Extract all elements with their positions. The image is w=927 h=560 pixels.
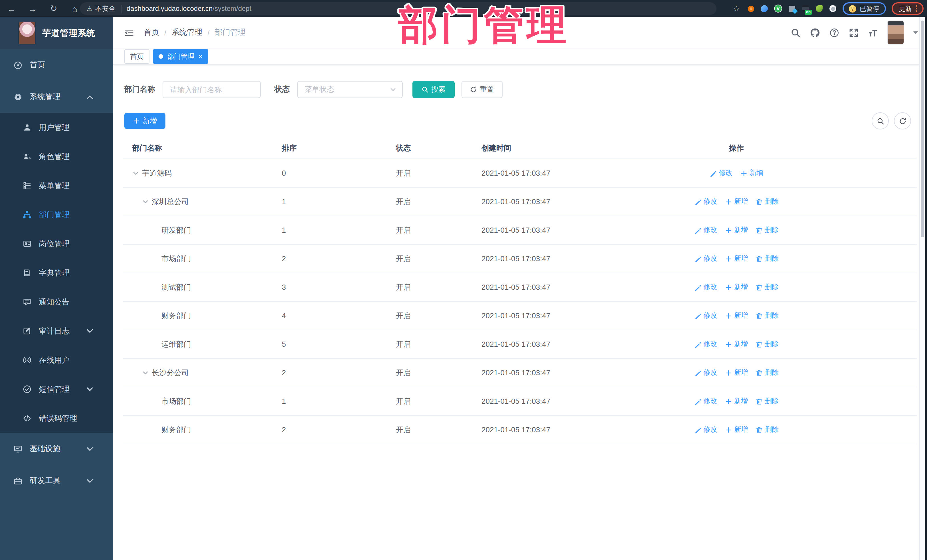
sidebar-item-menu-management[interactable]: 菜单管理: [0, 171, 113, 200]
dept-name-input[interactable]: [163, 81, 261, 98]
row-edit-link[interactable]: 修改: [694, 311, 717, 320]
grid-blue-extension-icon[interactable]: [788, 5, 796, 12]
page-scrollbar[interactable]: [919, 17, 925, 560]
sidebar-item-dev-tools[interactable]: 研发工具: [0, 465, 113, 497]
row-edit-link[interactable]: 修改: [694, 425, 717, 434]
dept-name-cell: 深圳总公司: [152, 196, 189, 207]
row-expand-icon[interactable]: [132, 170, 139, 176]
refresh-table-button[interactable]: [894, 112, 911, 129]
row-add-label: 新增: [734, 282, 748, 292]
row-delete-link[interactable]: 删除: [756, 396, 779, 406]
row-delete-link[interactable]: 删除: [756, 254, 779, 264]
browser-home-icon[interactable]: ⌂: [70, 4, 79, 14]
row-expand-icon[interactable]: [142, 369, 149, 376]
browser-forward-icon[interactable]: →: [28, 4, 37, 14]
breadcrumb-separator: /: [208, 28, 210, 37]
row-edit-link[interactable]: 修改: [694, 225, 717, 235]
tab-close-icon[interactable]: ×: [199, 53, 202, 60]
sidebar-item-online-users[interactable]: 在线用户: [0, 346, 113, 375]
sidebar-item-dict-management[interactable]: 字典管理: [0, 258, 113, 287]
fullscreen-icon[interactable]: [849, 28, 859, 37]
row-edit-link[interactable]: 修改: [694, 254, 717, 264]
show-search-toggle-button[interactable]: [872, 112, 889, 129]
row-edit-link[interactable]: 修改: [694, 396, 717, 406]
sidebar-item-post-management[interactable]: 岗位管理: [0, 229, 113, 258]
table-header-row: 部门名称 排序 状态 创建时间 操作: [123, 138, 917, 159]
row-edit-link[interactable]: 修改: [694, 368, 717, 378]
orange-ring-extension-icon[interactable]: [747, 5, 755, 12]
row-delete-link[interactable]: 删除: [756, 425, 779, 434]
bookmark-star-icon[interactable]: ☆: [733, 4, 740, 13]
url-host: dashboard.yudao.iocoder.cn: [127, 5, 213, 12]
sidebar-item-dept-management[interactable]: 部门管理: [0, 200, 113, 229]
green-leaf-extension-icon[interactable]: [815, 5, 823, 12]
row-add-link[interactable]: 新增: [725, 311, 748, 320]
row-delete-link[interactable]: 删除: [756, 282, 779, 292]
blue-drop-extension-icon[interactable]: [760, 5, 768, 12]
dept-name-cell: 市场部门: [161, 396, 191, 406]
paused-profile-badge[interactable]: 已暂停: [843, 2, 886, 15]
row-add-link[interactable]: 新增: [725, 225, 748, 235]
tab-home[interactable]: 首页: [125, 49, 149, 64]
sidebar-item-label: 基础设施: [30, 444, 61, 454]
sidebar-item-home[interactable]: 首页: [0, 49, 113, 81]
reset-button[interactable]: 重置: [462, 81, 503, 98]
edit-icon: [694, 398, 701, 405]
github-icon[interactable]: [810, 28, 820, 37]
row-delete-link[interactable]: 删除: [756, 311, 779, 320]
breadcrumb-item[interactable]: 首页: [144, 27, 159, 38]
row-edit-link[interactable]: 修改: [710, 168, 732, 178]
row-delete-link[interactable]: 删除: [756, 339, 779, 349]
row-edit-link[interactable]: 修改: [694, 339, 717, 349]
help-icon[interactable]: [830, 28, 839, 37]
browser-menu-icon[interactable]: [916, 5, 917, 12]
sidebar-item-sms-management[interactable]: 短信管理: [0, 375, 113, 404]
tab-dept-management[interactable]: 部门管理×: [153, 49, 208, 64]
white-paw-extension-icon[interactable]: [829, 5, 837, 12]
dark-on-extension-icon[interactable]: on: [801, 5, 810, 12]
row-delete-link[interactable]: 删除: [756, 368, 779, 378]
browser-back-icon[interactable]: ←: [7, 4, 16, 14]
row-edit-link[interactable]: 修改: [694, 282, 717, 292]
search-button[interactable]: 搜索: [412, 81, 454, 98]
row-add-link[interactable]: 新增: [740, 168, 763, 178]
browser-reload-icon[interactable]: ↻: [49, 3, 58, 14]
row-add-link[interactable]: 新增: [725, 197, 748, 206]
add-button[interactable]: 新增: [125, 113, 166, 129]
sidebar-item-error-code-management[interactable]: 错误码管理: [0, 404, 113, 433]
created-time-cell: 2021-01-05 17:03:47: [477, 169, 642, 178]
row-add-link[interactable]: 新增: [725, 425, 748, 434]
sidebar-item-infrastructure[interactable]: 基础设施: [0, 433, 113, 465]
green-check-extension-icon[interactable]: v: [774, 5, 782, 12]
row-delete-link[interactable]: 删除: [756, 197, 779, 206]
sidebar-item-system-management[interactable]: 系统管理: [0, 81, 113, 113]
font-size-icon[interactable]: [868, 28, 878, 37]
status-select[interactable]: 菜单状态: [297, 81, 403, 98]
plus-icon: [725, 227, 732, 234]
sidebar-item-role-management[interactable]: 角色管理: [0, 142, 113, 171]
sidebar-item-user-management[interactable]: 用户管理: [0, 113, 113, 142]
breadcrumb-item[interactable]: 系统管理: [172, 27, 202, 38]
user-avatar[interactable]: [887, 21, 904, 44]
row-add-link[interactable]: 新增: [725, 282, 748, 292]
row-delete-link[interactable]: 删除: [756, 225, 779, 235]
app-logo-row[interactable]: 芋道管理系统: [0, 17, 113, 49]
browser-update-button[interactable]: 更新: [891, 2, 924, 15]
scrollbar-thumb[interactable]: [921, 21, 924, 237]
row-add-link[interactable]: 新增: [725, 396, 748, 406]
status-cell: 开启: [391, 367, 477, 378]
hamburger-icon[interactable]: [125, 28, 134, 37]
row-edit-link[interactable]: 修改: [694, 197, 717, 206]
row-add-label: 新增: [734, 254, 748, 264]
avatar-caret-icon[interactable]: [913, 31, 918, 34]
row-expand-icon[interactable]: [142, 198, 149, 205]
row-add-link[interactable]: 新增: [725, 254, 748, 264]
row-add-link[interactable]: 新增: [725, 368, 748, 378]
row-add-link[interactable]: 新增: [725, 339, 748, 349]
plus-icon: [725, 255, 732, 262]
row-edit-label: 修改: [704, 282, 717, 292]
sidebar-item-audit-log[interactable]: 审计日志: [0, 317, 113, 346]
dev-tools-icon: [14, 477, 22, 485]
sidebar-item-notice-announcement[interactable]: 通知公告: [0, 287, 113, 317]
search-icon[interactable]: [791, 28, 800, 37]
